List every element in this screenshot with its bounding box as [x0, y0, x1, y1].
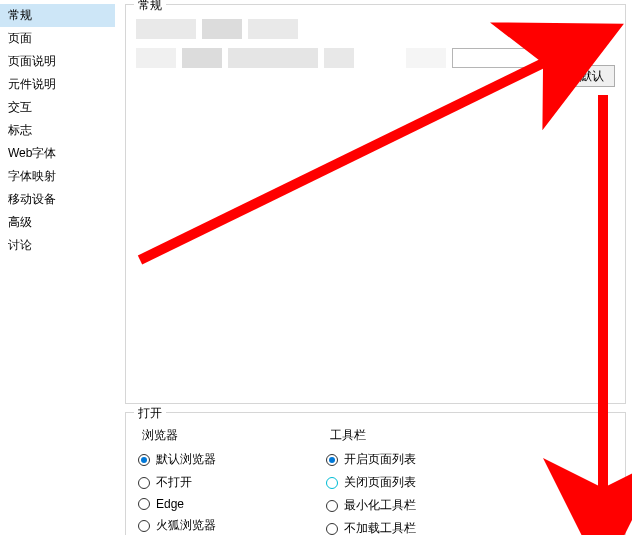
- blurred-block: [324, 48, 354, 68]
- sidebar-item-discuss[interactable]: 讨论: [0, 234, 115, 257]
- radio-label: 关闭页面列表: [344, 474, 416, 491]
- sidebar-item-label: 常规: [8, 8, 32, 22]
- browser-column: 浏览器 默认浏览器 不打开 Edge 火狐浏览器 IE浏览器: [138, 427, 216, 535]
- sidebar-item-font-mapping[interactable]: 字体映射: [0, 165, 115, 188]
- radio-edge[interactable]: Edge: [138, 496, 216, 512]
- blurred-block: [228, 48, 318, 68]
- sidebar-item-label: 字体映射: [8, 169, 56, 183]
- sidebar-item-label: 高级: [8, 215, 32, 229]
- radio-icon: [138, 454, 150, 466]
- blurred-row-2: ...: [136, 47, 615, 69]
- sidebar-item-general[interactable]: 常规: [0, 4, 115, 27]
- group-open: 打开 浏览器 默认浏览器 不打开 Edge 火狐浏览器 IE浏览器 工具栏 开启…: [125, 412, 626, 535]
- radio-label: 开启页面列表: [344, 451, 416, 468]
- radio-firefox[interactable]: 火狐浏览器: [138, 516, 216, 535]
- output-path-input[interactable]: [452, 48, 550, 68]
- sidebar-item-label: 讨论: [8, 238, 32, 252]
- sidebar-item-advanced[interactable]: 高级: [0, 211, 115, 234]
- radio-label: Edge: [156, 497, 184, 511]
- sidebar-item-logo[interactable]: 标志: [0, 119, 115, 142]
- sidebar-item-label: 标志: [8, 123, 32, 137]
- blurred-block: [136, 19, 196, 39]
- radio-label: 不加载工具栏: [344, 520, 416, 535]
- radio-icon: [138, 520, 150, 532]
- sidebar-item-label: 交互: [8, 100, 32, 114]
- radio-toolbar-none[interactable]: 不加载工具栏: [326, 519, 416, 535]
- sidebar-item-widget-notes[interactable]: 元件说明: [0, 73, 115, 96]
- browser-column-title: 浏览器: [142, 427, 216, 444]
- blurred-block: [406, 48, 446, 68]
- sidebar-item-page[interactable]: 页面: [0, 27, 115, 50]
- radio-icon: [326, 523, 338, 535]
- toolbar-column: 工具栏 开启页面列表 关闭页面列表 最小化工具栏 不加载工具栏: [326, 427, 416, 535]
- radio-icon: [326, 477, 338, 489]
- blurred-block: [248, 19, 298, 39]
- radio-do-not-open[interactable]: 不打开: [138, 473, 216, 492]
- sidebar-item-interaction[interactable]: 交互: [0, 96, 115, 119]
- blurred-row-1: [136, 19, 615, 39]
- group-general: 常规 ... 使用默认: [125, 4, 626, 404]
- sidebar-item-label: Web字体: [8, 146, 56, 160]
- sidebar-item-mobile[interactable]: 移动设备: [0, 188, 115, 211]
- use-default-button[interactable]: 使用默认: [545, 65, 615, 87]
- radio-toolbar-minimize[interactable]: 最小化工具栏: [326, 496, 416, 515]
- sidebar-item-label: 页面: [8, 31, 32, 45]
- blurred-block: [136, 48, 176, 68]
- main-panel: 常规 ... 使用默认: [115, 0, 632, 535]
- sidebar-item-label: 元件说明: [8, 77, 56, 91]
- radio-icon: [138, 477, 150, 489]
- radio-icon: [326, 500, 338, 512]
- radio-toolbar-close-pages[interactable]: 关闭页面列表: [326, 473, 416, 492]
- radio-default-browser[interactable]: 默认浏览器: [138, 450, 216, 469]
- sidebar-item-web-fonts[interactable]: Web字体: [0, 142, 115, 165]
- sidebar-item-label: 页面说明: [8, 54, 56, 68]
- radio-label: 不打开: [156, 474, 192, 491]
- blurred-block: [182, 48, 222, 68]
- sidebar-item-page-notes[interactable]: 页面说明: [0, 50, 115, 73]
- radio-icon: [138, 498, 150, 510]
- radio-label: 默认浏览器: [156, 451, 216, 468]
- blurred-block: [202, 19, 242, 39]
- radio-icon: [326, 454, 338, 466]
- sidebar: 常规 页面 页面说明 元件说明 交互 标志 Web字体 字体映射 移动设备 高级…: [0, 0, 115, 535]
- sidebar-item-label: 移动设备: [8, 192, 56, 206]
- group-open-title: 打开: [134, 405, 166, 422]
- radio-toolbar-open-pages[interactable]: 开启页面列表: [326, 450, 416, 469]
- radio-label: 最小化工具栏: [344, 497, 416, 514]
- toolbar-column-title: 工具栏: [330, 427, 416, 444]
- radio-label: 火狐浏览器: [156, 517, 216, 534]
